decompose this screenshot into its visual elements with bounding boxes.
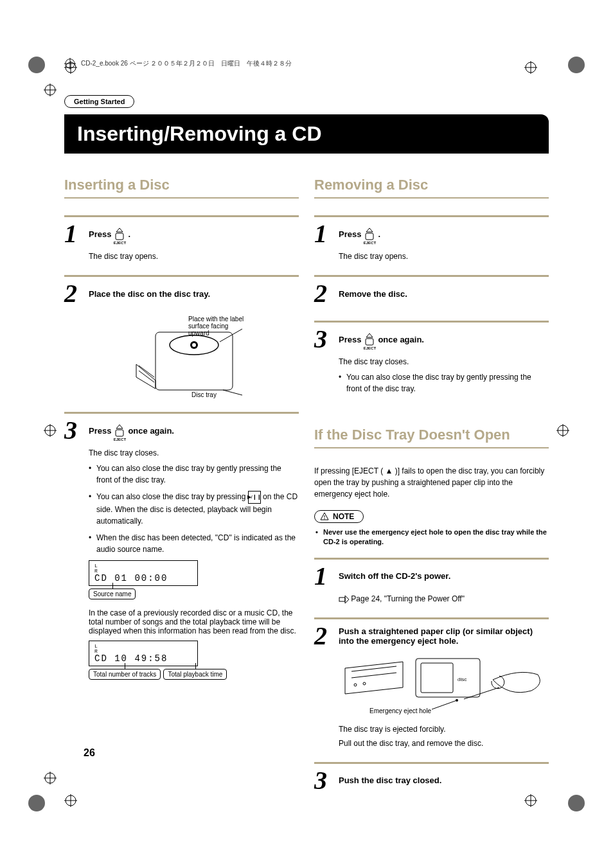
if-tray-step-1: 1 Switch off the CD-2's power. Page 24, … (314, 558, 549, 603)
svg-point-45 (324, 518, 324, 519)
svg-line-49 (351, 673, 396, 678)
press-text: Press (89, 229, 111, 239)
disc-tray-illustration: Place with the label surface facing upwa… (89, 313, 299, 398)
press-mid: once again. (378, 335, 424, 344)
svg-rect-28 (116, 233, 123, 240)
step-title: Push the disc tray closed. (339, 775, 441, 785)
svg-point-32 (192, 343, 196, 347)
press-suffix: . (128, 229, 130, 239)
print-header: CD-2_e.book 26 ページ ２００５年２月２０日 日曜日 午後４時２８… (64, 58, 549, 69)
legend-source: Source name (89, 589, 136, 599)
svg-text:disc: disc (458, 677, 466, 682)
press-mid: once again. (128, 426, 174, 436)
step-title: Remove the disc. (339, 289, 407, 299)
press-text: Press (89, 426, 111, 436)
step-body-text-1: The disc tray is ejected forcibly. (339, 725, 549, 734)
svg-marker-39 (366, 228, 373, 232)
step-number: 2 (64, 281, 82, 306)
step-number: 1 (314, 563, 332, 589)
warning-icon (320, 512, 329, 521)
svg-line-57 (464, 687, 499, 699)
lcd-display-1: LR CD 01 00:00 (89, 560, 198, 586)
inserting-heading: Inserting a Disc (64, 177, 299, 199)
left-column: Inserting a Disc 1 Press EJECT . The (64, 172, 299, 808)
illus-label-top: Place with the label surface facing upwa… (188, 315, 249, 337)
print-header-icon (64, 58, 76, 69)
inserting-step-2: 2 Place the disc on the disc tray. (64, 275, 299, 398)
note-box: NOTE (314, 510, 364, 523)
svg-rect-52 (416, 659, 480, 697)
if-tray-step-3: 3 Push the disc tray closed. (314, 762, 549, 793)
step-number: 1 (314, 221, 332, 247)
eject-icon: EJECT (364, 227, 375, 241)
svg-rect-53 (421, 663, 453, 693)
step-body-text: The disc tray closes. (339, 357, 549, 366)
step-body-text: The disc tray opens. (339, 252, 549, 261)
note-label: NOTE (333, 512, 354, 521)
removing-heading: Removing a Disc (314, 177, 549, 199)
illus-label-bottom: Disc tray (191, 391, 217, 398)
svg-line-56 (432, 700, 457, 709)
step-title: Switch off the CD-2's power. (339, 571, 450, 581)
page-number: 26 (84, 747, 95, 759)
legend-tracks: Total number of tracks (89, 669, 161, 680)
lcd-text: CD 01 00:00 (94, 574, 192, 583)
bullet-item: You can also close the disc tray by gent… (89, 463, 299, 486)
play-pause-icon (248, 491, 261, 504)
press-suffix: . (378, 229, 380, 239)
eject-icon: EJECT (114, 423, 125, 438)
if-tray-intro: If pressing [EJECT ( ▲ )] fails to open … (314, 465, 549, 500)
note-item: Never use the emergency eject hole to op… (315, 527, 549, 547)
press-text: Press (339, 229, 361, 239)
svg-marker-37 (116, 425, 123, 429)
step-number: 3 (314, 326, 332, 352)
emergency-hole-illustration: disc Emergency eject hole (339, 655, 549, 714)
svg-line-33 (139, 366, 154, 377)
page-title: Inserting/Removing a CD (64, 114, 549, 154)
step-number: 2 (314, 623, 332, 649)
svg-marker-27 (116, 228, 123, 232)
eject-label: EJECT (114, 241, 126, 245)
removing-step-2: 2 Remove the disc. (314, 275, 549, 306)
step-number: 3 (64, 418, 82, 443)
lcd-text: CD 10 49:58 (94, 654, 192, 663)
step-title: Place the disc on the disc tray. (89, 289, 210, 299)
section-tag: Getting Started (64, 95, 134, 108)
step-title: Push a straightened paper clip (or simil… (339, 626, 549, 646)
step-number: 1 (64, 221, 82, 247)
press-text: Press (339, 335, 361, 344)
svg-marker-47 (345, 596, 349, 603)
eject-label: EJECT (364, 346, 376, 350)
step-number: 2 (314, 281, 332, 306)
lcd-display-2: LR CD 10 49:58 (89, 641, 198, 666)
ref-arrow-icon (339, 596, 349, 603)
svg-rect-38 (116, 430, 123, 436)
svg-rect-46 (339, 598, 345, 601)
svg-point-50 (354, 684, 357, 686)
bullet-item: You can also close the disc tray by pres… (89, 491, 299, 527)
svg-line-36 (223, 390, 242, 395)
right-column: Removing a Disc 1 Press EJECT . The d (314, 172, 549, 808)
bullet-item: You can also close the disc tray by gent… (339, 371, 549, 394)
removing-step-1: 1 Press EJECT . The disc tray opens. (314, 215, 549, 261)
step-number: 3 (314, 768, 332, 793)
step-body-text: The disc tray closes. (89, 448, 299, 457)
step-body-text: The disc tray opens. (89, 252, 299, 261)
eject-label: EJECT (364, 241, 376, 245)
if-tray-step-2: 2 Push a straightened paper clip (or sim… (314, 617, 549, 748)
eject-icon: EJECT (364, 332, 375, 346)
step-body-text-2: Pull out the disc tray, and remove the d… (339, 739, 549, 748)
eject-label: EJECT (114, 438, 126, 441)
inserting-step-1: 1 Press EJECT . The disc tray opens. (64, 215, 299, 261)
svg-rect-40 (366, 233, 373, 240)
bullet-item: When the disc has been detected, "CD" is… (89, 532, 299, 555)
if-tray-heading: If the Disc Tray Doesn't Open (314, 427, 549, 448)
inserting-step-3: 3 Press EJECT once again. The disc tray … (64, 412, 299, 680)
step-ref: Page 24, "Turning the Power Off" (339, 594, 549, 603)
svg-marker-41 (366, 333, 373, 337)
print-header-text: CD-2_e.book 26 ページ ２００５年２月２０日 日曜日 午後４時２８… (81, 59, 292, 68)
removing-step-3: 3 Press EJECT once again. The disc tray … (314, 321, 549, 394)
legend-time: Total playback time (163, 669, 227, 680)
svg-rect-42 (366, 339, 373, 345)
eject-icon: EJECT (114, 227, 125, 241)
